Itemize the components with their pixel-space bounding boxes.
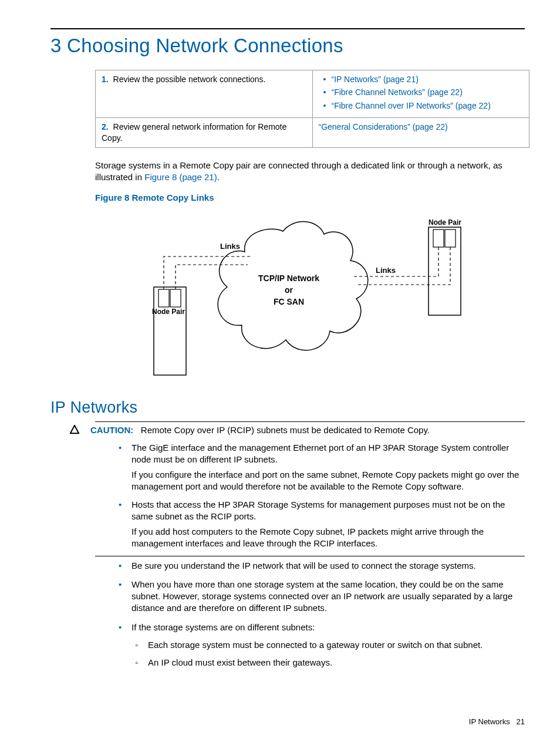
table-row: 1. Review the possible network connectio… <box>96 70 529 118</box>
intro-paragraph: Storage systems in a Remote Copy pair ar… <box>95 160 525 184</box>
step-text: Review general network information for R… <box>102 122 286 143</box>
list-item: Be sure you understand the IP network th… <box>114 560 525 572</box>
node-pair-label: Node Pair <box>152 308 185 316</box>
caution-text: Remote Copy over IP (RCIP) subnets must … <box>141 425 430 435</box>
ref-link[interactable]: “IP Networks” (page 21) <box>332 75 419 84</box>
ref-link[interactable]: “Fibre Channel Networks” (page 22) <box>332 87 463 97</box>
node-pair-label: Node Pair <box>429 218 461 227</box>
caution-block: CAUTION: Remote Copy over IP (RCIP) subn… <box>69 421 525 669</box>
list-item: Each storage system must be connected to… <box>131 639 525 651</box>
ref-link[interactable]: “General Considerations” (page 22) <box>319 122 448 131</box>
links-label: Links <box>376 266 396 275</box>
figure-8: TCP/IP Network or FC SAN Node Pair Node … <box>107 211 525 384</box>
links-label: Links <box>220 242 240 251</box>
cloud-label: FC SAN <box>274 297 304 306</box>
step-text: Review the possible network connections. <box>113 75 266 84</box>
caution-label: CAUTION: <box>90 425 133 435</box>
steps-table: 1. Review the possible network connectio… <box>95 70 529 148</box>
ip-notes-list: Be sure you understand the IP network th… <box>114 560 525 669</box>
list-item: An IP cloud must exist between their gat… <box>131 657 525 669</box>
svg-rect-4 <box>433 229 444 247</box>
section-heading-ip-networks: IP Networks <box>50 397 525 418</box>
list-item: If the storage systems are on different … <box>114 622 525 669</box>
sub-list: Each storage system must be connected to… <box>131 639 525 669</box>
caution-list: The GigE interface and the management Et… <box>114 442 525 550</box>
ref-link[interactable]: “Fibre Channel over IP Networks” (page 2… <box>332 101 491 110</box>
table-row: 2. Review general network information fo… <box>96 118 529 148</box>
list-item: The GigE interface and the management Et… <box>114 442 525 493</box>
svg-rect-1 <box>158 289 169 307</box>
svg-rect-5 <box>445 229 456 247</box>
svg-rect-2 <box>170 289 181 307</box>
step-number: 1. <box>102 75 109 84</box>
page-footer: IP Networks 21 <box>469 717 525 727</box>
figure-caption: Figure 8 Remote Copy Links <box>95 192 525 204</box>
cloud-label: TCP/IP Network <box>258 274 319 283</box>
figure-ref-link[interactable]: Figure 8 (page 21) <box>144 172 217 182</box>
cloud-label: or <box>285 285 294 295</box>
list-item: Hosts that access the HP 3PAR Storage Sy… <box>114 499 525 550</box>
page-title: 3 Choosing Network Connections <box>50 33 525 59</box>
caution-icon <box>69 424 80 438</box>
ref-list: “IP Networks” (page 21) “Fibre Channel N… <box>319 74 524 112</box>
list-item: When you have more than one storage syst… <box>114 579 525 615</box>
step-number: 2. <box>102 122 109 131</box>
